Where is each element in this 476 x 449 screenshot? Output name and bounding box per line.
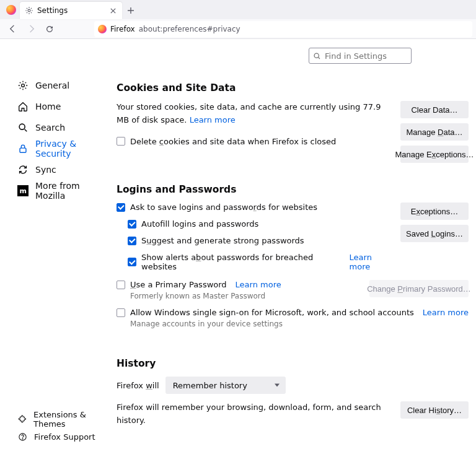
settings-sidebar: General Home Search Privacy & Security S… xyxy=(0,39,112,449)
help-icon xyxy=(17,432,27,442)
home-icon xyxy=(17,101,29,112)
history-note: Firefox will remember your browsing, dow… xyxy=(117,403,381,425)
identity-label: Firefox xyxy=(110,25,135,33)
url-bar[interactable]: Firefox about:preferences#privacy xyxy=(94,21,472,37)
clear-history-button[interactable]: Clear History… xyxy=(400,401,469,419)
change-primary-password-button: Change Primary Password… xyxy=(369,280,469,297)
section-heading: Cookies and Site Data xyxy=(117,82,469,94)
sidebar-item-label: General xyxy=(35,81,69,90)
autofill-checkbox[interactable] xyxy=(128,220,136,229)
sidebar-item-label: Firefox Support xyxy=(34,432,95,442)
svg-point-0 xyxy=(28,9,30,12)
manage-data-button[interactable]: Manage Data… xyxy=(400,123,469,141)
suggest-passwords-checkbox[interactable] xyxy=(128,237,136,245)
search-placeholder: Find in Settings xyxy=(325,51,387,61)
manage-exceptions-button[interactable]: Manage Exceptions… xyxy=(400,146,469,163)
firefox-logo-icon xyxy=(6,5,16,15)
identity-firefox-icon xyxy=(98,25,107,33)
history-mode-select[interactable]: Remember history xyxy=(165,377,286,394)
url-text: about:preferences#privacy xyxy=(139,25,240,33)
breach-learn-more-link[interactable]: Learn more xyxy=(350,253,393,271)
windows-sso-label: Allow Windows single sign-on for Microso… xyxy=(130,308,414,317)
sidebar-item-search[interactable]: Search xyxy=(0,117,112,138)
navigation-toolbar: Firefox about:preferences#privacy xyxy=(0,19,476,39)
sidebar-item-label: Sync xyxy=(35,165,56,175)
cookies-section: Cookies and Site Data Your stored cookie… xyxy=(117,82,469,163)
breach-alerts-checkbox[interactable] xyxy=(128,258,136,266)
svg-point-6 xyxy=(314,53,319,58)
sidebar-item-support[interactable]: Firefox Support xyxy=(0,428,112,445)
sidebar-item-privacy[interactable]: Privacy & Security xyxy=(0,138,112,159)
puzzle-icon xyxy=(17,414,27,424)
autofill-label: Autofill logins and passwords xyxy=(141,219,258,229)
sidebar-item-label: Search xyxy=(35,123,65,133)
svg-point-5 xyxy=(22,438,23,439)
sync-icon xyxy=(17,164,29,175)
svg-point-2 xyxy=(19,124,25,129)
cookies-learn-more-link[interactable]: Learn more xyxy=(190,115,236,124)
new-tab-button[interactable] xyxy=(122,2,139,19)
delete-cookies-checkbox[interactable] xyxy=(117,137,125,146)
primary-password-hint: Formerly known as Master Password xyxy=(130,292,362,300)
logins-section: Logins and Passwords Ask to save logins … xyxy=(117,184,469,328)
sidebar-item-extensions[interactable]: Extensions & Themes xyxy=(0,411,112,428)
ask-save-logins-label: Ask to save logins and passwords for web… xyxy=(130,203,317,212)
ask-save-logins-checkbox[interactable] xyxy=(117,203,125,212)
sidebar-item-label: Home xyxy=(35,102,61,111)
search-icon xyxy=(17,122,29,133)
find-in-settings-input[interactable]: Find in Settings xyxy=(309,48,412,64)
lock-icon xyxy=(17,143,29,154)
sidebar-item-label: Extensions & Themes xyxy=(33,410,112,429)
logins-exceptions-button[interactable]: Exceptions… xyxy=(400,203,469,220)
tab-title: Settings xyxy=(37,6,105,15)
svg-point-1 xyxy=(22,84,25,87)
sso-learn-more-link[interactable]: Learn more xyxy=(423,308,469,317)
browser-tab[interactable]: Settings xyxy=(20,2,122,19)
gear-icon xyxy=(17,80,29,91)
primary-learn-more-link[interactable]: Learn more xyxy=(236,280,281,289)
saved-logins-button[interactable]: Saved Logins… xyxy=(400,225,469,242)
breach-alerts-label: Show alerts about passwords for breached… xyxy=(141,253,341,271)
windows-sso-checkbox[interactable] xyxy=(117,308,125,317)
suggest-passwords-label: Suggest and generate strong passwords xyxy=(141,236,304,245)
tab-strip: Settings xyxy=(0,0,476,19)
section-heading: History xyxy=(117,358,469,369)
sso-hint: Manage accounts in your device settings xyxy=(130,320,469,328)
sidebar-item-label: Privacy & Security xyxy=(35,139,112,159)
delete-cookies-label: Delete cookies and site data when Firefo… xyxy=(130,137,336,146)
primary-password-label: Use a Primary Password xyxy=(130,280,227,289)
sidebar-item-more-mozilla[interactable]: m More from Mozilla xyxy=(0,180,112,201)
section-heading: Logins and Passwords xyxy=(117,184,469,195)
svg-rect-3 xyxy=(20,148,26,152)
sidebar-item-home[interactable]: Home xyxy=(0,96,112,117)
gear-icon xyxy=(25,6,33,15)
firefox-will-label: Firefox will xyxy=(117,381,159,390)
primary-password-checkbox[interactable] xyxy=(117,281,125,289)
sidebar-item-sync[interactable]: Sync xyxy=(0,159,112,180)
back-button[interactable] xyxy=(4,20,21,38)
sidebar-item-general[interactable]: General xyxy=(0,75,112,96)
sidebar-item-label: More from Mozilla xyxy=(35,181,112,201)
close-icon[interactable] xyxy=(108,6,117,15)
history-section: History Firefox will Remember history Fi… xyxy=(117,358,469,427)
cookies-desc: Your stored cookies, site data, and cach… xyxy=(117,102,381,124)
settings-main: Find in Settings Cookies and Site Data Y… xyxy=(112,39,476,449)
mozilla-icon: m xyxy=(17,185,29,196)
forward-button[interactable] xyxy=(22,20,40,38)
reload-button[interactable] xyxy=(41,20,58,38)
clear-data-button[interactable]: Clear Data… xyxy=(400,101,469,118)
